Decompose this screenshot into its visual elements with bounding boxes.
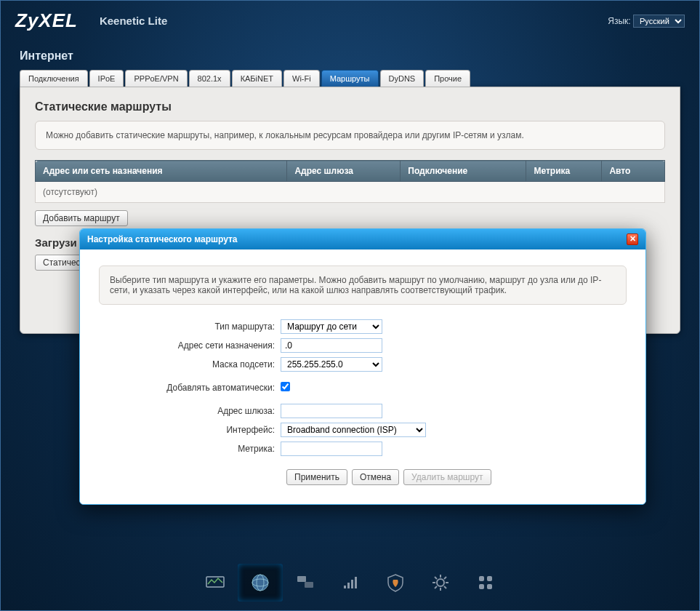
tab-pppoe[interactable]: PPPoE/VPN [125, 70, 187, 87]
bottom-dock [193, 564, 508, 602]
tab-routes[interactable]: Маршруты [321, 70, 379, 87]
tab-connections[interactable]: Подключения [20, 70, 88, 87]
tab-8021x[interactable]: 802.1x [189, 70, 230, 87]
route-dialog: Настройка статического маршрута ✕ Выбери… [79, 228, 646, 505]
svg-rect-7 [347, 583, 350, 588]
svg-rect-22 [487, 584, 492, 589]
svg-rect-6 [344, 586, 346, 588]
svg-rect-19 [479, 576, 484, 581]
panel-title: Статические маршруты [35, 100, 665, 113]
auto-add-checkbox[interactable] [281, 382, 290, 391]
tab-dydns[interactable]: DyDNS [380, 70, 425, 87]
metric-input[interactable] [281, 442, 382, 456]
metric-label: Метрика: [99, 444, 281, 454]
svg-rect-5 [305, 582, 313, 588]
svg-line-16 [444, 586, 446, 588]
empty-cell: (отсутствуют) [36, 182, 665, 203]
svg-line-18 [444, 577, 446, 579]
col-gateway: Адрес шлюза [287, 161, 401, 182]
language-label: Язык: [608, 16, 630, 26]
interface-label: Интерфейс: [99, 425, 281, 435]
close-icon[interactable]: ✕ [627, 233, 638, 245]
svg-line-15 [435, 577, 437, 579]
dest-network-input[interactable] [281, 338, 382, 353]
col-auto: Авто [602, 161, 665, 182]
svg-rect-8 [351, 580, 353, 588]
cancel-button[interactable]: Отмена [352, 469, 399, 485]
add-route-button[interactable]: Добавить маршрут [35, 210, 128, 226]
svg-point-1 [252, 575, 268, 591]
dock-security-icon[interactable] [373, 564, 418, 602]
tabbar: Подключения IPoE PPPoE/VPN 802.1x КАБiNE… [1, 70, 699, 87]
dock-wifi-icon[interactable] [328, 564, 373, 602]
col-metric: Метрика [526, 161, 602, 182]
delete-route-button[interactable]: Удалить маршрут [403, 469, 491, 485]
tab-kabinet[interactable]: КАБiNET [232, 70, 282, 87]
subnet-mask-label: Маска подсети: [99, 359, 281, 370]
gateway-label: Адрес шлюза: [99, 406, 281, 416]
dock-system-icon[interactable] [418, 564, 463, 602]
brand-logo: ZyXEL [15, 9, 78, 32]
interface-select[interactable]: Broadband connection (ISP) [281, 423, 426, 437]
routes-table: Адрес или сеть назначения Адрес шлюза По… [35, 160, 665, 203]
dialog-info: Выберите тип маршрута и укажите его пара… [99, 265, 627, 305]
apply-button[interactable]: Применить [286, 469, 347, 485]
tab-other[interactable]: Прочие [425, 70, 470, 87]
col-connection: Подключение [401, 161, 526, 182]
subnet-mask-select[interactable]: 255.255.255.0 [281, 357, 382, 372]
svg-rect-9 [355, 577, 357, 588]
svg-rect-4 [297, 576, 306, 582]
table-row: (отсутствуют) [36, 182, 665, 203]
gateway-input[interactable] [281, 404, 382, 418]
dock-apps-icon[interactable] [463, 564, 508, 602]
route-type-label: Тип маршрута: [99, 322, 281, 332]
tab-wifi[interactable]: Wi-Fi [283, 70, 320, 87]
panel-info: Можно добавить статические маршруты, нап… [35, 121, 665, 150]
tab-ipoe[interactable]: IPoE [89, 70, 124, 87]
svg-rect-21 [479, 584, 484, 589]
svg-rect-20 [487, 576, 492, 581]
svg-point-10 [437, 579, 444, 586]
col-dest: Адрес или сеть назначения [36, 161, 287, 182]
dock-clients-icon[interactable] [283, 564, 328, 602]
model-name: Keenetic Lite [100, 15, 167, 27]
dock-monitor-icon[interactable] [193, 564, 238, 602]
route-type-select[interactable]: Маршрут до сети [281, 319, 382, 334]
section-title: Интернет [1, 41, 699, 70]
language-select[interactable]: Русский [633, 15, 685, 28]
dialog-title-text: Настройка статического маршрута [87, 234, 238, 244]
svg-line-17 [435, 586, 437, 588]
auto-add-label: Добавлять автоматически: [99, 383, 281, 393]
dock-globe-icon[interactable] [238, 564, 283, 602]
dest-network-label: Адрес сети назначения: [99, 340, 281, 351]
